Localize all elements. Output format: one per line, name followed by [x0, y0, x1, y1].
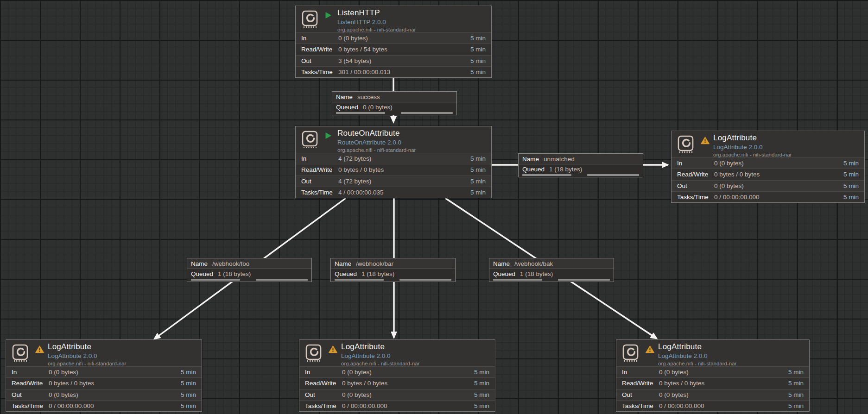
connection-label-webhook-bak[interactable]: Name /webhook/bak Queued 1 (18 bytes): [489, 258, 614, 282]
processor-header: LogAttribute LogAttribute 2.0.0 org.apac…: [6, 340, 202, 366]
processor-type-version: RouteOnAttribute 2.0.0: [337, 138, 416, 147]
stat-row-out: Out 4 (72 bytes) 5 min: [296, 176, 491, 187]
queue-size-usage-bar: [399, 279, 451, 281]
stat-window: 5 min: [470, 178, 486, 185]
stat-row-in: In 0 (0 bytes) 5 min: [299, 366, 495, 377]
connection-label-webhook-bar[interactable]: Name /webhook/bar Queued 1 (18 bytes): [330, 258, 456, 282]
stat-window: 5 min: [181, 369, 196, 376]
queue-count-usage-bar: [191, 279, 240, 281]
stat-window: 5 min: [474, 380, 489, 387]
processor-stamp-icon: [678, 135, 694, 157]
connection-name-label: Name: [336, 94, 353, 100]
stat-row-tasks-time: Tasks/Time 0 / 00:00:00.000 5 min: [6, 400, 202, 411]
stat-row-tasks-time: Tasks/Time 4 / 00:00:00.035 5 min: [296, 187, 491, 198]
stat-tasks-time-value: 0 / 00:00:00.000: [714, 194, 843, 201]
connection-name-label: Name: [335, 260, 351, 267]
stat-window: 5 min: [181, 391, 196, 398]
stat-window: 5 min: [843, 171, 859, 178]
stat-row-out: Out 3 (54 bytes) 5 min: [296, 55, 491, 66]
connection-label-unmatched[interactable]: Name unmatched Queued 1 (18 bytes): [518, 153, 643, 177]
warning-triangle-icon: [35, 345, 44, 355]
processor-type-version: LogAttribute 2.0.0: [658, 352, 736, 360]
stat-in-value: 0 (0 bytes): [714, 160, 843, 167]
processor-title: LogAttribute: [48, 342, 126, 352]
queue-count-usage-bar: [336, 112, 385, 114]
connection-name-label: Name: [493, 260, 510, 267]
stat-row-tasks-time: Tasks/Time 0 / 00:00:00.000 5 min: [299, 400, 495, 411]
stat-window: 5 min: [470, 155, 486, 162]
stat-read-write-value: 0 bytes / 0 bytes: [338, 166, 470, 173]
warning-triangle-icon: [329, 345, 337, 355]
stat-row-in: In 4 (72 bytes) 5 min: [296, 153, 491, 164]
stat-row-out: Out 0 (0 bytes) 5 min: [299, 389, 495, 400]
connection-queued-label: Queued: [493, 270, 515, 277]
connection-label-webhook-foo[interactable]: Name /webhook/foo Queued 1 (18 bytes): [187, 258, 312, 282]
connection-queued-value: 1 (18 bytes): [520, 270, 553, 277]
processor-logattribute-unmatched[interactable]: LogAttribute LogAttribute 2.0.0 org.apac…: [671, 131, 865, 203]
processor-bundle: org.apache.nifi - nifi-standard-nar: [713, 151, 792, 158]
warning-triangle-icon: [701, 137, 710, 146]
stat-row-read-write: Read/Write 0 bytes / 0 bytes 5 min: [616, 377, 809, 389]
processor-stamp-icon: [305, 344, 322, 365]
stat-tasks-time-value: 4 / 00:00:00.035: [338, 189, 470, 196]
stat-window: 5 min: [843, 160, 859, 167]
connection-queued-value: 1 (18 bytes): [218, 270, 251, 277]
processor-stamp-icon: [12, 344, 29, 365]
processor-logattribute-bar[interactable]: LogAttribute LogAttribute 2.0.0 org.apac…: [299, 339, 495, 412]
processor-type-version: ListenHTTP 2.0.0: [337, 18, 416, 26]
run-status-play-icon: [325, 132, 332, 141]
stat-window: 5 min: [843, 182, 859, 189]
stat-row-read-write: Read/Write 0 bytes / 0 bytes 5 min: [296, 164, 491, 175]
stat-window: 5 min: [470, 69, 486, 75]
queue-size-usage-bar: [587, 174, 639, 176]
connection-name-value: /webhook/foo: [212, 260, 249, 267]
stat-in-value: 0 (0 bytes): [659, 369, 788, 376]
processor-title: LogAttribute: [713, 133, 792, 143]
processor-stamp-icon: [302, 131, 318, 152]
stat-window: 5 min: [470, 166, 486, 173]
stat-row-read-write: Read/Write 0 bytes / 0 bytes 5 min: [299, 377, 495, 389]
processor-header: ListenHTTP ListenHTTP 2.0.0 org.apache.n…: [296, 6, 491, 32]
stat-tasks-time-value: 0 / 00:00:00.000: [342, 402, 474, 409]
processor-header: LogAttribute LogAttribute 2.0.0 org.apac…: [299, 340, 495, 366]
queue-count-usage-bar: [493, 279, 542, 281]
stat-read-write-value: 0 bytes / 0 bytes: [659, 380, 788, 387]
processor-title: RouteOnAttribute: [337, 128, 416, 138]
processor-bundle: org.apache.nifi - nifi-standard-nar: [337, 26, 416, 33]
stat-row-tasks-time: Tasks/Time 0 / 00:00:00.000 5 min: [672, 191, 864, 202]
queue-count-usage-bar: [335, 279, 384, 281]
stat-read-write-value: 0 bytes / 54 bytes: [338, 46, 470, 53]
stat-row-in: In 0 (0 bytes) 5 min: [616, 366, 809, 377]
processor-title: ListenHTTP: [337, 8, 416, 18]
stat-window: 5 min: [788, 391, 804, 398]
connection-name-value: success: [357, 94, 380, 100]
stat-window: 5 min: [788, 369, 804, 376]
stat-in-value: 0 (0 bytes): [49, 369, 181, 376]
connection-queued-label: Queued: [335, 270, 357, 277]
stat-window: 5 min: [470, 57, 486, 64]
processor-bundle: org.apache.nifi - nifi-standard-nar: [48, 360, 126, 367]
connection-queued-value: 1 (18 bytes): [361, 270, 394, 277]
queue-count-usage-bar: [522, 174, 571, 176]
stat-out-value: 0 (0 bytes): [714, 182, 843, 189]
stat-tasks-time-value: 301 / 00:00:00.013: [338, 69, 470, 75]
stat-row-tasks-time: Tasks/Time 301 / 00:00:00.013 5 min: [296, 66, 491, 77]
flow-canvas[interactable]: Name success Queued 0 (0 bytes) Name unm…: [0, 0, 868, 414]
processor-listenhttp[interactable]: ListenHTTP ListenHTTP 2.0.0 org.apache.n…: [295, 6, 492, 78]
stat-row-in: In 0 (0 bytes) 5 min: [6, 366, 202, 377]
stat-row-in: In 0 (0 bytes) 5 min: [296, 32, 491, 44]
stat-read-write-value: 0 bytes / 0 bytes: [714, 171, 843, 178]
stat-out-value: 0 (0 bytes): [659, 391, 788, 398]
stat-window: 5 min: [843, 194, 859, 201]
processor-type-version: LogAttribute 2.0.0: [341, 352, 419, 360]
queue-size-usage-bar: [401, 112, 453, 114]
processor-logattribute-foo[interactable]: LogAttribute LogAttribute 2.0.0 org.apac…: [6, 339, 202, 412]
warning-triangle-icon: [646, 345, 654, 355]
processor-routeonattribute[interactable]: RouteOnAttribute RouteOnAttribute 2.0.0 …: [295, 126, 492, 198]
stat-row-tasks-time: Tasks/Time 0 / 00:00:00.000 5 min: [616, 400, 809, 411]
processor-logattribute-bak[interactable]: LogAttribute LogAttribute 2.0.0 org.apac…: [616, 339, 810, 412]
connection-label-success[interactable]: Name success Queued 0 (0 bytes): [332, 91, 457, 115]
stat-row-out: Out 0 (0 bytes) 5 min: [672, 180, 864, 191]
queue-size-usage-bar: [256, 279, 308, 281]
processor-title: LogAttribute: [658, 342, 736, 352]
